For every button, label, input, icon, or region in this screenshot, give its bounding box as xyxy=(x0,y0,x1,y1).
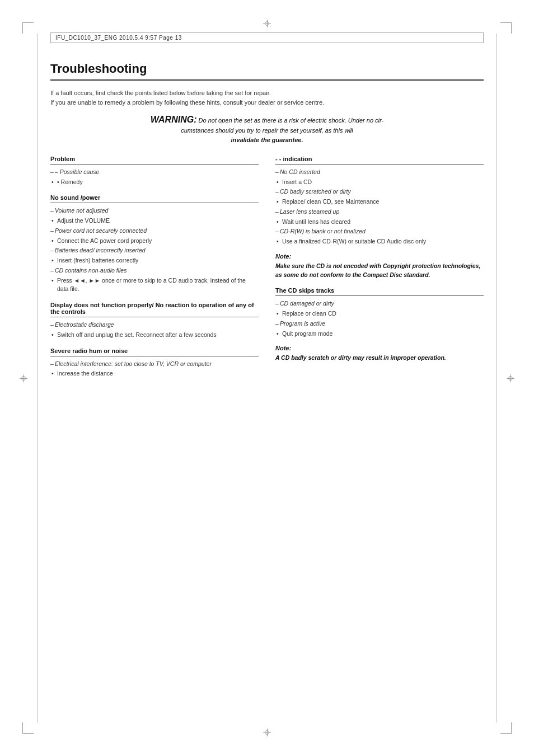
note1-text: Make sure the CD is not encoded with Cop… xyxy=(275,262,484,280)
cause-cdrw-blank: CD-R(W) is blank or not finalized xyxy=(275,227,484,236)
page: IFU_DC1010_37_ENG 2010.5.4 9:57 Page 13 … xyxy=(0,0,534,756)
cause-no-cd: No CD inserted xyxy=(275,168,484,177)
header-bar: IFU_DC1010_37_ENG 2010.5.4 9:57 Page 13 xyxy=(50,32,484,43)
crop-mark-bottom-right xyxy=(500,722,512,734)
warning-text-line2: cumstances should you try to repair the … xyxy=(181,127,353,134)
cause-batteries: Batteries dead/ incorrectly inserted xyxy=(50,246,259,255)
intro-line2: If you are unable to remedy a problem by… xyxy=(50,98,484,107)
cause-cd-audio: CD contains non-audio files xyxy=(50,266,259,275)
side-line-left xyxy=(37,34,38,722)
remedy-laser: Wait until lens has cleared xyxy=(275,218,484,227)
page-title: Troubleshooting xyxy=(50,62,484,81)
cause-program-active: Program is active xyxy=(275,320,484,328)
remedy-cd-audio: Press ◄◄, ►► once or more to skip to a C… xyxy=(50,276,259,294)
note2-title: Note: xyxy=(275,345,484,351)
remedy-electrostatic: Switch off and unplug the set. Reconnect… xyxy=(50,331,259,340)
left-column: Problem – Possible cause • Remedy No sou… xyxy=(50,156,259,379)
remedy-cdrw-blank: Use a finalized CD-R(W) or suitable CD A… xyxy=(275,237,484,246)
cause-cd-damaged: CD damaged or dirty xyxy=(275,299,484,308)
reg-mark-left xyxy=(20,374,27,382)
cause-electrostatic: Electrostatic discharge xyxy=(50,321,259,330)
note-scratch: Note: A CD badly scratch or dirty may re… xyxy=(275,345,484,363)
note-copyright: Note: Make sure the CD is not encoded wi… xyxy=(275,253,484,280)
crop-mark-top-right xyxy=(500,22,512,34)
side-line-right xyxy=(496,34,497,722)
remedy-volume: Adjust the VOLUME xyxy=(50,217,259,226)
reg-mark-right xyxy=(507,374,514,382)
remedy-cd-scratched: Replace/ clean CD, see Maintenance xyxy=(275,198,484,206)
reg-mark-bottom xyxy=(263,729,271,736)
remedy-power-cord: Connect the AC power cord properly xyxy=(50,237,259,246)
indication-header: - - indication xyxy=(275,156,484,165)
warning-title: WARNING: xyxy=(151,115,197,124)
cause-label: – Possible cause xyxy=(50,168,259,177)
main-content: Troubleshooting If a fault occurs, first… xyxy=(50,62,484,711)
problem-header: Problem xyxy=(50,156,259,165)
note2-text: A CD badly scratch or dirty may result i… xyxy=(275,354,484,363)
intro-text: If a fault occurs, first check the point… xyxy=(50,88,484,107)
remedy-no-cd: Insert a CD xyxy=(275,178,484,187)
remedy-label: • Remedy xyxy=(50,178,259,187)
cd-skips-header: The CD skips tracks xyxy=(275,287,484,296)
cause-cd-scratched: CD badly scratched or dirty xyxy=(275,187,484,196)
intro-line1: If a fault occurs, first check the point… xyxy=(50,88,484,98)
cause-volume: Volume not adjusted xyxy=(50,206,259,215)
cause-power-cord: Power cord not securely connected xyxy=(50,227,259,236)
radio-hum-header: Severe radio hum or noise xyxy=(50,348,259,356)
two-column-layout: Problem – Possible cause • Remedy No sou… xyxy=(50,156,484,379)
remedy-radio-hum: Increase the distance xyxy=(50,369,259,378)
remedy-cd-damaged: Replace or clean CD xyxy=(275,309,484,318)
display-header: Display does not function properly/ No r… xyxy=(50,302,259,317)
note1-title: Note: xyxy=(275,253,484,260)
remedy-batteries: Insert (fresh) batteries correctly xyxy=(50,256,259,265)
cause-laser: Laser lens steamed up xyxy=(275,208,484,217)
cause-radio-hum: Electrical interference: set too close t… xyxy=(50,360,259,369)
warning-block: WARNING: Do not open the set as there is… xyxy=(50,115,484,145)
remedy-program-active: Quit program mode xyxy=(275,330,484,339)
reg-mark-top xyxy=(263,20,271,27)
no-sound-header: No sound /power xyxy=(50,194,259,203)
crop-mark-bottom-left xyxy=(22,722,34,734)
file-info: IFU_DC1010_37_ENG 2010.5.4 9:57 Page 13 xyxy=(55,35,182,41)
warning-text-line3: invalidate the guarantee. xyxy=(231,137,303,143)
warning-text-line1: Do not open the set as there is a risk o… xyxy=(199,117,384,124)
right-column: - - indication No CD inserted Insert a C… xyxy=(275,156,484,379)
crop-mark-top-left xyxy=(22,22,34,34)
